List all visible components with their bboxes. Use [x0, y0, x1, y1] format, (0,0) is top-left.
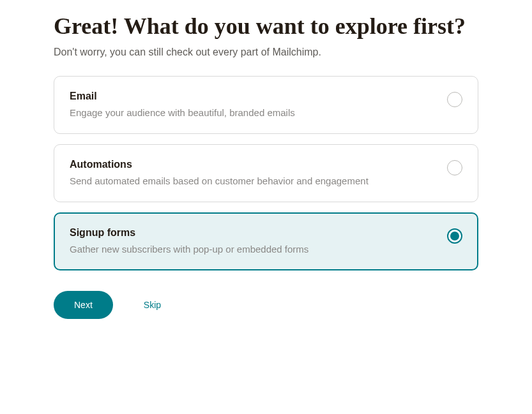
option-text: Email Engage your audience with beautifu… [70, 91, 447, 119]
page-subheading: Don't worry, you can still check out eve… [54, 47, 478, 58]
option-automations[interactable]: Automations Send automated emails based … [54, 144, 478, 202]
options-list: Email Engage your audience with beautifu… [54, 76, 478, 270]
radio-dot-icon [450, 232, 459, 240]
option-title: Signup forms [70, 227, 434, 239]
radio-icon [447, 160, 462, 175]
option-desc: Engage your audience with beautiful, bra… [70, 106, 434, 119]
radio-icon [447, 92, 462, 107]
page-heading: Great! What do you want to explore first… [54, 13, 478, 40]
next-button[interactable]: Next [54, 291, 113, 319]
option-desc: Send automated emails based on customer … [70, 174, 434, 188]
option-text: Automations Send automated emails based … [70, 159, 447, 188]
option-text: Signup forms Gather new subscribers with… [70, 227, 447, 256]
skip-button[interactable]: Skip [144, 300, 161, 310]
option-email[interactable]: Email Engage your audience with beautifu… [54, 76, 478, 134]
option-title: Automations [70, 159, 434, 170]
option-title: Email [70, 91, 434, 102]
option-desc: Gather new subscribers with pop-up or em… [70, 242, 434, 256]
actions-row: Next Skip [54, 291, 478, 319]
option-signup-forms[interactable]: Signup forms Gather new subscribers with… [54, 212, 478, 270]
radio-icon [447, 228, 462, 244]
